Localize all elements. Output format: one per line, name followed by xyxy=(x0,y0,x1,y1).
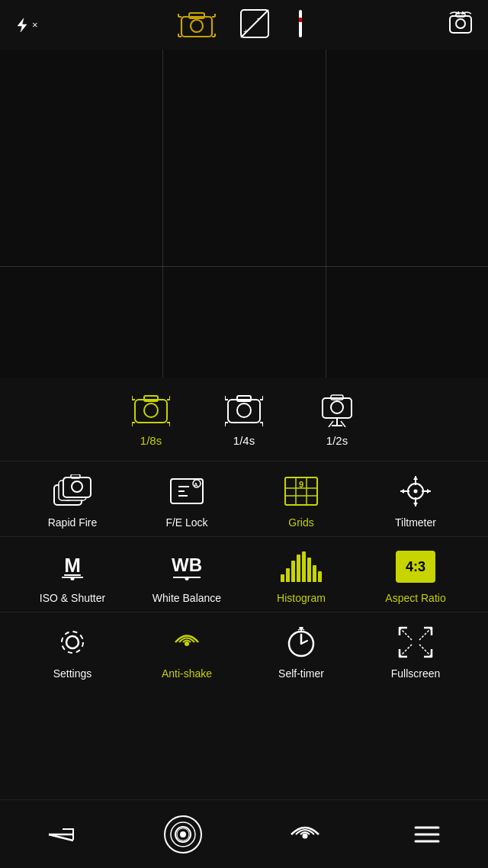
grid-line-h1 xyxy=(0,266,488,267)
tiltmeter-icon xyxy=(396,474,435,509)
exposure-icon: + - xyxy=(239,8,270,39)
fe-lock-label: F/E Lock xyxy=(165,516,207,529)
fullscreen-icon xyxy=(396,625,435,660)
svg-rect-56 xyxy=(71,474,80,478)
rapid-fire-label: Rapid Fire xyxy=(48,516,98,529)
top-bar-left: × xyxy=(14,17,38,34)
fullscreen-label: Fullscreen xyxy=(391,667,441,680)
anti-shake-button[interactable]: Anti-shake xyxy=(141,625,233,680)
rapid-fire-button[interactable]: Rapid Fire xyxy=(27,474,118,529)
grids-button[interactable]: 9 Grids xyxy=(255,474,347,529)
shutter-1-4s[interactable]: 1/4s xyxy=(224,393,264,447)
settings-button[interactable]: Settings xyxy=(27,625,118,680)
fe-lock-svg: A xyxy=(168,474,206,508)
hist-bar-1 xyxy=(281,574,284,582)
hist-bar-5 xyxy=(302,551,306,582)
viewfinder xyxy=(0,50,488,378)
tiltmeter-label: Tiltmeter xyxy=(395,516,436,529)
aspect-ratio-label: Aspect Ratio xyxy=(385,592,445,604)
rapid-fire-icon xyxy=(53,474,92,509)
back-button[interactable] xyxy=(38,812,84,857)
antishake-nav-icon xyxy=(290,819,320,850)
grids-label: Grids xyxy=(288,516,313,529)
svg-rect-16 xyxy=(299,10,302,37)
settings-icon xyxy=(53,625,92,660)
antishake-nav-button[interactable] xyxy=(282,812,328,857)
svg-point-74 xyxy=(414,490,418,493)
capture-button[interactable] xyxy=(160,812,206,857)
anti-shake-svg xyxy=(168,625,206,660)
tiltmeter-svg xyxy=(396,474,435,508)
anti-shake-label: Anti-shake xyxy=(162,667,212,680)
svg-point-77 xyxy=(185,641,189,646)
histogram-label: Histogram xyxy=(277,592,326,604)
aspect-ratio-button[interactable]: 4:3 Aspect Ratio xyxy=(370,549,461,604)
hist-bar-4 xyxy=(297,555,300,582)
wb-letters: WB xyxy=(172,556,202,574)
iso-shutter-icon: M xyxy=(53,549,92,584)
hist-bar-8 xyxy=(318,571,322,582)
svg-line-82 xyxy=(419,628,432,640)
aspect-ratio-icon: 4:3 xyxy=(396,549,435,584)
grids-svg: 9 xyxy=(282,474,320,508)
aspect-ratio-badge: 4:3 xyxy=(396,551,435,583)
fe-lock-button[interactable]: A F/E Lock xyxy=(141,474,233,529)
iso-shutter-button[interactable]: M ISO & Shutter xyxy=(27,549,118,604)
shutter-camera-icon xyxy=(132,394,170,427)
shutter-icon-1-2s xyxy=(317,393,357,428)
white-balance-button[interactable]: WB White Balance xyxy=(141,549,233,604)
flip-camera-icon xyxy=(447,10,474,37)
grid-line-v2 xyxy=(326,50,326,378)
fullscreen-button[interactable]: Fullscreen xyxy=(370,625,461,680)
flip-camera-button[interactable] xyxy=(447,10,474,40)
shutter-icon-1-4s xyxy=(224,393,264,428)
exposure-button[interactable]: + - xyxy=(239,8,270,42)
menu-button[interactable] xyxy=(404,812,450,857)
svg-point-19 xyxy=(456,19,465,28)
camera-mode-button[interactable] xyxy=(177,9,217,41)
flash-x-mark: × xyxy=(32,19,38,31)
controls-row-2: M ISO & Shutter WB White Balance xyxy=(0,537,488,612)
fe-lock-icon: A xyxy=(167,474,207,509)
meter-button[interactable] xyxy=(293,8,308,42)
m-letter: M xyxy=(64,555,81,575)
self-timer-button[interactable]: Self-timer xyxy=(255,625,347,680)
svg-line-83 xyxy=(400,645,412,657)
svg-line-81 xyxy=(400,628,412,640)
grid-line-v1 xyxy=(162,50,163,378)
m-underline xyxy=(62,577,83,578)
white-balance-label: White Balance xyxy=(152,592,221,604)
svg-point-76 xyxy=(62,632,83,653)
capture-icon xyxy=(163,815,203,854)
top-bar: × + xyxy=(0,0,488,50)
self-timer-label: Self-timer xyxy=(278,667,324,680)
svg-point-2 xyxy=(191,20,203,32)
white-balance-icon: WB xyxy=(167,549,207,584)
histogram-button[interactable]: Histogram xyxy=(255,549,347,604)
svg-point-44 xyxy=(331,401,343,413)
svg-rect-17 xyxy=(299,18,302,22)
hist-bar-3 xyxy=(291,561,295,582)
tiltmeter-button[interactable]: Tiltmeter xyxy=(370,474,461,529)
grids-icon: 9 xyxy=(281,474,321,509)
anti-shake-icon xyxy=(167,625,207,660)
shutter-row: 1/8s 1/4s xyxy=(0,378,488,461)
shutter-1-2s[interactable]: 1/2s xyxy=(317,393,357,447)
shutter-camera-icon-3 xyxy=(318,394,356,427)
bottom-nav xyxy=(0,799,488,868)
meter-icon xyxy=(293,8,308,39)
menu-icon xyxy=(414,824,440,845)
svg-marker-0 xyxy=(18,18,27,32)
histogram-icon xyxy=(281,549,321,584)
self-timer-svg xyxy=(283,624,319,661)
hist-bar-7 xyxy=(313,565,316,582)
svg-line-84 xyxy=(419,645,432,657)
flash-off-button[interactable]: × xyxy=(14,17,38,34)
svg-point-33 xyxy=(237,403,251,417)
iso-shutter-label: ISO & Shutter xyxy=(40,592,105,604)
shutter-1-4s-label: 1/4s xyxy=(233,434,255,447)
histogram-bars xyxy=(281,551,322,582)
svg-text:A: A xyxy=(194,481,198,488)
flash-icon xyxy=(14,17,30,34)
shutter-1-8s[interactable]: 1/8s xyxy=(131,393,171,447)
